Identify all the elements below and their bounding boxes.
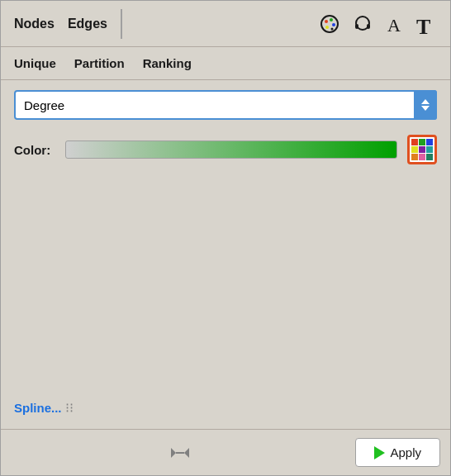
color-label: Color: xyxy=(14,143,55,157)
tab-nodes[interactable]: Nodes xyxy=(9,13,59,35)
svg-point-5 xyxy=(331,27,334,30)
main-container: Nodes Edges xyxy=(0,0,451,476)
spline-link[interactable]: Spline... xyxy=(14,401,62,415)
palette-cell-red xyxy=(411,139,418,145)
palette-cell-green xyxy=(419,139,425,145)
palette-grid xyxy=(411,139,433,160)
svg-point-3 xyxy=(332,23,335,26)
top-toolbar: Nodes Edges xyxy=(1,1,450,47)
sub-tab-unique[interactable]: Unique xyxy=(9,55,61,72)
sub-tabs: Unique Partition Ranking xyxy=(1,47,450,80)
svg-text:A: A xyxy=(387,15,401,35)
svg-rect-8 xyxy=(367,24,370,29)
tab-edges[interactable]: Edges xyxy=(63,13,112,35)
svg-marker-12 xyxy=(184,448,189,458)
svg-point-0 xyxy=(321,16,338,32)
palette-cell-yellow xyxy=(411,146,418,153)
svg-point-4 xyxy=(325,26,329,29)
apply-label: Apply xyxy=(390,445,421,459)
font-a-icon[interactable]: A xyxy=(382,11,409,37)
double-arrow-icon xyxy=(171,446,189,459)
palette-cell-orange xyxy=(411,154,418,160)
palette-cell-cyan xyxy=(426,146,433,153)
sub-tab-partition[interactable]: Partition xyxy=(69,55,130,72)
svg-marker-11 xyxy=(171,448,176,458)
drag-handle[interactable]: ⁝⁝ xyxy=(65,400,74,416)
palette-cell-purple xyxy=(419,146,425,153)
palette-icon[interactable] xyxy=(316,11,343,37)
spline-row: Spline... ⁝⁝ xyxy=(14,400,437,419)
apply-button[interactable]: Apply xyxy=(355,438,440,467)
play-icon xyxy=(374,446,385,459)
center-icon-area xyxy=(11,446,349,459)
toolbar-icons: A T xyxy=(316,11,442,37)
svg-point-2 xyxy=(330,18,333,21)
toolbar-divider xyxy=(121,9,122,39)
palette-cell-pink xyxy=(419,154,425,160)
svg-text:T: T xyxy=(416,15,430,36)
color-row: Color: xyxy=(14,135,437,164)
svg-rect-7 xyxy=(355,24,358,29)
dropdown-row: Degree In-Degree Out-Degree Betweenness … xyxy=(14,90,437,120)
content-spacer xyxy=(14,176,437,388)
content-area: Degree In-Degree Out-Degree Betweenness … xyxy=(1,80,450,429)
bottom-bar: Apply xyxy=(1,429,450,475)
palette-cell-teal xyxy=(426,154,433,160)
headphone-icon[interactable] xyxy=(349,11,376,37)
font-t-icon[interactable]: T xyxy=(415,11,442,37)
degree-dropdown[interactable]: Degree In-Degree Out-Degree Betweenness … xyxy=(14,90,437,120)
color-palette-button[interactable] xyxy=(407,135,437,164)
dropdown-wrapper[interactable]: Degree In-Degree Out-Degree Betweenness … xyxy=(14,90,437,120)
svg-point-1 xyxy=(325,20,328,23)
svg-rect-13 xyxy=(176,452,184,454)
palette-cell-blue xyxy=(426,139,433,145)
sub-tab-ranking[interactable]: Ranking xyxy=(138,55,197,72)
color-gradient xyxy=(65,140,397,159)
